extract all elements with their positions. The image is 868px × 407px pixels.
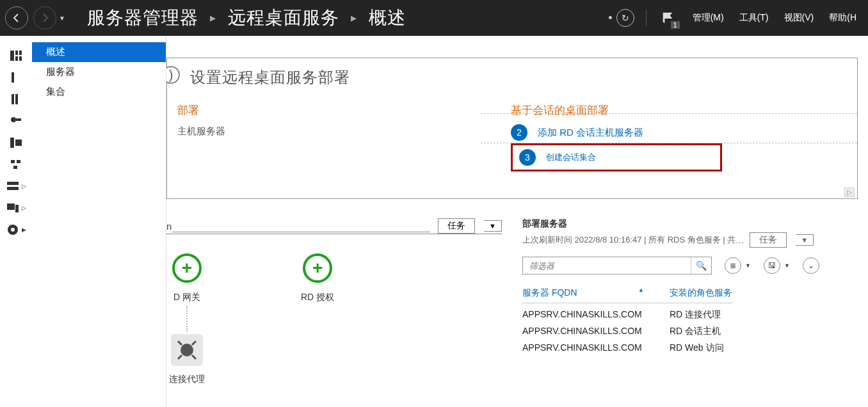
col-roles[interactable]: 安装的角色服务: [670, 287, 732, 303]
svg-rect-10: [10, 138, 14, 148]
svg-rect-17: [7, 204, 15, 210]
topbar: ▼ 服务器管理器 ▸ 远程桌面服务 ▸ 概述 • ↻ 1 管理(M) 工具(T)…: [0, 0, 868, 36]
menu-tools[interactable]: 工具(T): [732, 0, 776, 36]
left-subtext: 主机服务器: [177, 125, 511, 138]
sidenav-collections[interactable]: 集合: [32, 82, 166, 102]
table-row[interactable]: APPSRV.CHINASKILLS.COM RD 会话主机: [522, 326, 858, 337]
separator: [646, 10, 647, 26]
rail-rds-icon[interactable]: [6, 224, 19, 235]
filter-box[interactable]: 🔍: [522, 257, 712, 275]
svg-rect-6: [12, 94, 14, 104]
svg-rect-15: [7, 182, 19, 185]
breadcrumb-1[interactable]: 远程桌面服务: [228, 6, 339, 30]
svg-point-21: [181, 344, 193, 356]
deployment-servers-pane: 部署服务器 上次刷新时间 2022/8/8 10:16:47 | 所有 RDS …: [522, 218, 858, 404]
menu-view[interactable]: 视图(V): [776, 0, 822, 36]
setup-title: 设置远程桌面服务部署: [176, 67, 844, 88]
rd-licensing-tile[interactable]: + RD 授权: [301, 253, 334, 385]
svg-rect-12: [11, 160, 15, 163]
sidenav-overview[interactable]: 概述: [32, 42, 166, 62]
svg-rect-14: [13, 166, 17, 169]
menu-help[interactable]: 帮助(H: [821, 0, 864, 36]
step-number-3: 3: [519, 149, 536, 166]
list-view-button[interactable]: ≣: [725, 257, 741, 274]
tasks-dropdown[interactable]: 任务▼: [750, 232, 814, 248]
rail-dashboard-icon[interactable]: [10, 50, 22, 61]
step-add-session-host[interactable]: 2 添加 RD 会话主机服务器: [511, 124, 844, 141]
rail-iis-icon[interactable]: [6, 202, 19, 214]
main-area: ) 设置远程桌面服务部署 部署 主机服务器 基于会话的桌面部署 2 添加 RD …: [166, 36, 868, 407]
step-number-2: 2: [511, 124, 527, 141]
rail-all-icon[interactable]: [10, 93, 22, 105]
sidenav-servers[interactable]: 服务器: [32, 62, 166, 82]
refresh-button[interactable]: ↻: [616, 9, 634, 27]
filter-input[interactable]: [523, 257, 691, 274]
rail-net-icon[interactable]: [10, 159, 22, 170]
breadcrumb-2[interactable]: 概述: [369, 6, 406, 30]
menu-manage[interactable]: 管理(M): [685, 0, 732, 36]
step-2-label: 添加 RD 会话主机服务器: [538, 127, 643, 139]
chevron-down-icon: ▼: [796, 234, 814, 246]
svg-rect-3: [19, 51, 22, 55]
connector-line: [186, 306, 188, 331]
gateway-label: D 网关: [173, 292, 200, 302]
servers-title: 部署服务器: [522, 218, 858, 230]
left-heading: 部署: [177, 103, 511, 118]
rail-storage-icon[interactable]: [6, 180, 19, 192]
caret-icon: ▸: [351, 11, 357, 25]
breadcrumb-0[interactable]: 服务器管理器: [87, 6, 198, 30]
expand-icon[interactable]: ▷: [22, 183, 26, 189]
table-row[interactable]: APPSRV.CHINASKILLS.COM RD 连接代理: [522, 309, 858, 321]
svg-point-8: [11, 117, 16, 122]
cell-role: RD 连接代理: [670, 309, 721, 321]
divider: [481, 113, 857, 114]
deployment-overview-pane: n 任务▼ + D 网关 连接代理: [166, 218, 502, 404]
svg-rect-5: [12, 72, 14, 83]
rd-gateway-tile[interactable]: + D 网关 连接代理: [169, 253, 205, 385]
pane-head-char: n: [166, 221, 172, 232]
svg-rect-1: [15, 51, 18, 55]
notifications-button[interactable]: 1: [658, 8, 677, 28]
rail-cert-icon[interactable]: [10, 115, 22, 127]
cell-role: RD Web 访问: [670, 342, 724, 354]
tasks-dropdown[interactable]: 任务▼: [438, 218, 502, 234]
notifications-badge: 1: [671, 21, 680, 29]
svg-rect-7: [15, 94, 18, 104]
nav-back-button[interactable]: [5, 6, 28, 29]
divider: [481, 143, 857, 143]
svg-rect-2: [15, 56, 18, 61]
add-icon: +: [303, 253, 332, 283]
right-heading: 基于会话的桌面部署: [511, 103, 844, 118]
dash-icon: •: [608, 12, 612, 25]
svg-rect-11: [15, 140, 22, 146]
svg-point-20: [11, 228, 15, 232]
col-fqdn[interactable]: 服务器 FQDN: [522, 287, 670, 303]
rail-file-icon[interactable]: [10, 137, 22, 148]
cell-fqdn: APPSRV.CHINASKILLS.COM: [522, 326, 670, 337]
step-3-label: 创建会话集合: [546, 152, 596, 163]
svg-rect-9: [16, 118, 21, 121]
tasks-label: 任务: [438, 218, 475, 234]
search-icon[interactable]: 🔍: [691, 257, 711, 274]
expand-icon[interactable]: ▷: [22, 205, 26, 211]
add-icon: +: [172, 253, 202, 283]
nav-forward-button: [33, 6, 56, 29]
chevron-down-icon[interactable]: ▼: [745, 262, 751, 269]
ellipsis: ...: [735, 235, 744, 245]
svg-rect-0: [10, 51, 14, 61]
expand-button[interactable]: ⌄: [803, 257, 819, 274]
cell-fqdn: APPSRV.CHINASKILLS.COM: [522, 309, 670, 321]
save-query-button[interactable]: 🖫: [764, 257, 780, 274]
table-row[interactable]: APPSRV.CHINASKILLS.COM RD Web 访问: [522, 342, 858, 354]
connection-broker-icon[interactable]: [171, 334, 203, 366]
caret-icon: ▸: [210, 11, 216, 25]
expand-icon[interactable]: ▶: [22, 227, 26, 233]
broker-label: 连接代理: [169, 374, 205, 384]
step-create-session-collection[interactable]: 3 创建会话集合: [511, 143, 722, 172]
side-nav: 概述 服务器 集合: [32, 36, 166, 407]
nav-history-dropdown[interactable]: ▼: [56, 15, 68, 22]
chevron-down-icon[interactable]: ▼: [784, 262, 790, 269]
scroll-right-icon[interactable]: ▷: [844, 188, 855, 197]
rail-local-icon[interactable]: [10, 72, 22, 83]
svg-rect-18: [15, 205, 19, 212]
